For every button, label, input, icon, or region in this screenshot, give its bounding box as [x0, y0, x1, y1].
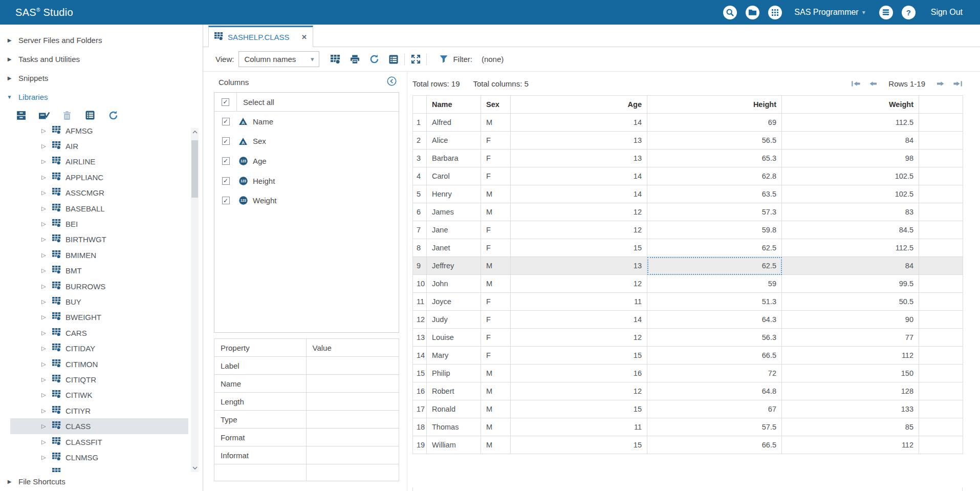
- column-checkbox[interactable]: ✓: [222, 197, 230, 204]
- grid-cell[interactable]: James: [427, 203, 481, 221]
- sidebar-scrollbar[interactable]: [191, 128, 199, 472]
- select-all-checkbox[interactable]: ✓: [222, 98, 229, 106]
- column-checkbox[interactable]: ✓: [222, 177, 230, 185]
- grid-cell[interactable]: 11: [511, 418, 647, 436]
- library-table-bmt[interactable]: ▷BMT: [10, 263, 188, 279]
- grid-cell[interactable]: 64.8: [647, 382, 782, 400]
- grid-cell[interactable]: 90: [782, 311, 919, 329]
- library-table-citiday[interactable]: ▷CITIDAY: [10, 340, 188, 356]
- grid-cell[interactable]: 14: [511, 114, 647, 132]
- sidebar-section-server-files-and-folders[interactable]: ▶Server Files and Folders: [0, 31, 203, 50]
- grid-cell[interactable]: 59: [647, 275, 782, 293]
- previous-page-icon[interactable]: [868, 80, 878, 87]
- grid-cell[interactable]: M: [481, 257, 511, 275]
- grid-cell[interactable]: Philip: [427, 365, 481, 382]
- grid-cell[interactable]: 13: [511, 132, 647, 150]
- library-table-buy[interactable]: ▷BUY: [10, 294, 188, 309]
- grid-cell[interactable]: Mary: [427, 347, 481, 365]
- grid-cell[interactable]: M: [481, 365, 511, 382]
- grid-cell[interactable]: 65.3: [647, 150, 782, 167]
- grid-cell[interactable]: 12: [511, 221, 647, 239]
- grid-cell[interactable]: F: [481, 167, 511, 185]
- grid-cell[interactable]: 15: [511, 239, 647, 257]
- grid-column-header-name[interactable]: Name: [427, 96, 481, 114]
- grid-cell[interactable]: F: [481, 239, 511, 257]
- view-select[interactable]: Column names ▾: [238, 51, 319, 67]
- grid-cell[interactable]: 102.5: [782, 167, 919, 185]
- grid-cell[interactable]: 12: [511, 382, 647, 400]
- column-item-name[interactable]: ✓AName: [214, 112, 399, 132]
- first-page-icon[interactable]: [851, 80, 861, 87]
- library-table-citiwk[interactable]: ▷CITIWK: [10, 388, 188, 403]
- library-table-asscmgr[interactable]: ▷ASSCMGR: [10, 185, 188, 201]
- grid-cell[interactable]: M: [481, 275, 511, 293]
- grid-cell[interactable]: F: [481, 329, 511, 347]
- grid-cell[interactable]: Alfred: [427, 114, 481, 132]
- grid-cell[interactable]: 84: [782, 257, 919, 275]
- sidebar-section-snippets[interactable]: ▶Snippets: [0, 69, 203, 88]
- grid-cell[interactable]: F: [481, 150, 511, 167]
- grid-cell[interactable]: Alice: [427, 132, 481, 150]
- scrollbar-thumb[interactable]: [191, 140, 198, 198]
- library-table-bei[interactable]: ▷BEI: [10, 216, 188, 231]
- grid-cell[interactable]: F: [481, 293, 511, 311]
- sidebar-section-tasks-and-utilities[interactable]: ▶Tasks and Utilities: [0, 50, 203, 69]
- sign-out-button[interactable]: Sign Out: [931, 8, 963, 17]
- grid-cell[interactable]: 14: [511, 311, 647, 329]
- grid-column-header-age[interactable]: Age: [511, 96, 647, 114]
- grid-cell[interactable]: 102.5: [782, 185, 919, 203]
- grid-cell[interactable]: M: [481, 203, 511, 221]
- grid-cell[interactable]: 83: [782, 203, 919, 221]
- library-table-cars[interactable]: ▷CARS: [10, 325, 188, 340]
- column-checkbox[interactable]: ✓: [222, 137, 230, 145]
- column-item-height[interactable]: ✓123Height: [214, 171, 399, 191]
- scroll-up-icon[interactable]: [191, 128, 199, 136]
- grid-cell[interactable]: Barbara: [427, 150, 481, 167]
- grid-cell[interactable]: Carol: [427, 167, 481, 185]
- grid-cell[interactable]: 77: [782, 329, 919, 347]
- column-item-weight[interactable]: ✓123Weight: [214, 190, 399, 210]
- server-icon[interactable]: [879, 6, 893, 19]
- grid-cell[interactable]: 51.3: [647, 293, 782, 311]
- grid-cell[interactable]: Jeffrey: [427, 257, 481, 275]
- user-menu[interactable]: SAS Programmer ▾: [794, 8, 865, 17]
- library-table-citiyr[interactable]: ▷CITIYR: [10, 403, 188, 418]
- grid-cell[interactable]: Jane: [427, 221, 481, 239]
- close-icon[interactable]: ✕: [301, 33, 307, 41]
- grid-column-header-sex[interactable]: Sex: [481, 96, 511, 114]
- grid-column-header-height[interactable]: Height: [647, 96, 782, 114]
- library-table-bmimen[interactable]: ▷BMIMEN: [10, 247, 188, 263]
- grid-cell[interactable]: 63.5: [647, 185, 782, 203]
- grid-cell[interactable]: 112: [782, 347, 919, 365]
- open-table-icon[interactable]: [330, 54, 341, 65]
- grid-cell[interactable]: M: [481, 114, 511, 132]
- next-page-icon[interactable]: [936, 80, 945, 87]
- grid-cell[interactable]: 66.5: [647, 347, 782, 365]
- grid-cell[interactable]: 11: [511, 293, 647, 311]
- grid-cell[interactable]: Janet: [427, 239, 481, 257]
- grid-cell[interactable]: 150: [782, 365, 919, 382]
- library-table-burrows[interactable]: ▷BURROWS: [10, 279, 188, 294]
- grid-cell[interactable]: M: [481, 436, 511, 454]
- library-table-citiqtr[interactable]: ▷CITIQTR: [10, 372, 188, 387]
- grid-cell[interactable]: 59.8: [647, 221, 782, 239]
- grid-cell[interactable]: M: [481, 382, 511, 400]
- assign-library-icon[interactable]: [38, 110, 50, 121]
- library-table-afmsg[interactable]: ▷AFMSG: [10, 123, 188, 138]
- library-table-classfit[interactable]: ▷CLASSFIT: [10, 434, 188, 450]
- grid-cell[interactable]: 84: [782, 132, 919, 150]
- grid-cell[interactable]: John: [427, 275, 481, 293]
- search-icon[interactable]: [723, 6, 737, 19]
- library-table-birthwgt[interactable]: ▷BIRTHWGT: [10, 232, 188, 247]
- grid-cell[interactable]: 12: [511, 275, 647, 293]
- properties-icon[interactable]: [84, 110, 96, 121]
- grid-cell[interactable]: Louise: [427, 329, 481, 347]
- grid-cell[interactable]: 15: [511, 436, 647, 454]
- print-icon[interactable]: [349, 54, 360, 65]
- column-checkbox[interactable]: ✓: [222, 157, 230, 165]
- sidebar-section-file-shortcuts[interactable]: ▶ File Shortcuts: [0, 473, 203, 490]
- sidebar-section-libraries[interactable]: ▼Libraries: [0, 88, 203, 106]
- last-page-icon[interactable]: [953, 80, 963, 87]
- grid-cell[interactable]: 66.5: [647, 436, 782, 454]
- grid-cell[interactable]: 69: [647, 114, 782, 132]
